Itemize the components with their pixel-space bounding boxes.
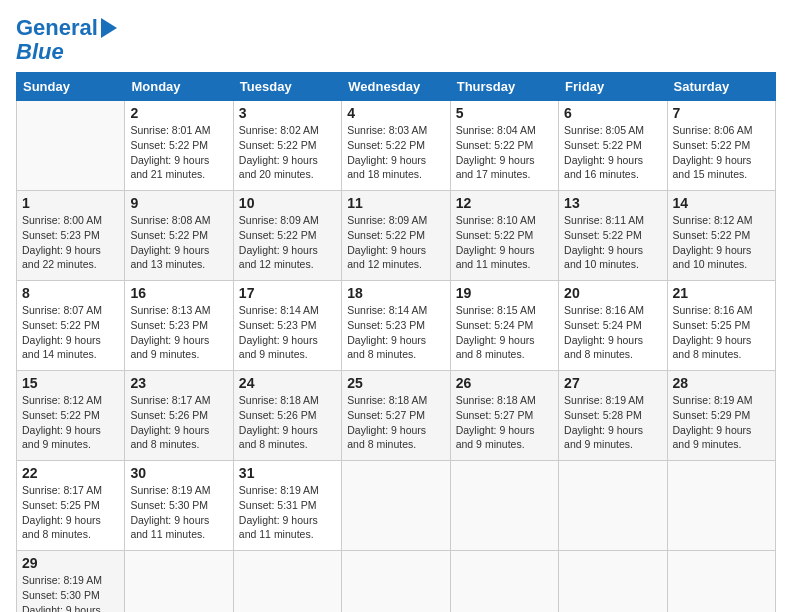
calendar-cell: 23Sunrise: 8:17 AM Sunset: 5:26 PM Dayli… — [125, 371, 233, 461]
day-number: 30 — [130, 465, 227, 481]
day-detail: Sunrise: 8:04 AM Sunset: 5:22 PM Dayligh… — [456, 123, 553, 182]
calendar-cell: 22Sunrise: 8:17 AM Sunset: 5:25 PM Dayli… — [17, 461, 125, 551]
day-number: 3 — [239, 105, 336, 121]
day-number: 16 — [130, 285, 227, 301]
calendar-cell: 5Sunrise: 8:04 AM Sunset: 5:22 PM Daylig… — [450, 101, 558, 191]
calendar-week-1: 1Sunrise: 8:00 AM Sunset: 5:23 PM Daylig… — [17, 191, 776, 281]
calendar-week-3: 15Sunrise: 8:12 AM Sunset: 5:22 PM Dayli… — [17, 371, 776, 461]
column-header-thursday: Thursday — [450, 73, 558, 101]
calendar-cell: 3Sunrise: 8:02 AM Sunset: 5:22 PM Daylig… — [233, 101, 341, 191]
day-detail: Sunrise: 8:14 AM Sunset: 5:23 PM Dayligh… — [239, 303, 336, 362]
calendar-header-row: SundayMondayTuesdayWednesdayThursdayFrid… — [17, 73, 776, 101]
day-detail: Sunrise: 8:19 AM Sunset: 5:30 PM Dayligh… — [130, 483, 227, 542]
calendar-cell: 15Sunrise: 8:12 AM Sunset: 5:22 PM Dayli… — [17, 371, 125, 461]
day-number: 20 — [564, 285, 661, 301]
day-number: 25 — [347, 375, 444, 391]
day-detail: Sunrise: 8:19 AM Sunset: 5:28 PM Dayligh… — [564, 393, 661, 452]
day-detail: Sunrise: 8:07 AM Sunset: 5:22 PM Dayligh… — [22, 303, 119, 362]
column-header-wednesday: Wednesday — [342, 73, 450, 101]
calendar-cell: 25Sunrise: 8:18 AM Sunset: 5:27 PM Dayli… — [342, 371, 450, 461]
day-detail: Sunrise: 8:10 AM Sunset: 5:22 PM Dayligh… — [456, 213, 553, 272]
day-number: 19 — [456, 285, 553, 301]
day-number: 1 — [22, 195, 119, 211]
calendar-week-0: 2Sunrise: 8:01 AM Sunset: 5:22 PM Daylig… — [17, 101, 776, 191]
calendar-table: SundayMondayTuesdayWednesdayThursdayFrid… — [16, 72, 776, 612]
calendar-cell: 7Sunrise: 8:06 AM Sunset: 5:22 PM Daylig… — [667, 101, 775, 191]
day-number: 15 — [22, 375, 119, 391]
day-number: 12 — [456, 195, 553, 211]
day-number: 14 — [673, 195, 770, 211]
day-detail: Sunrise: 8:18 AM Sunset: 5:27 PM Dayligh… — [456, 393, 553, 452]
calendar-cell — [342, 461, 450, 551]
day-number: 5 — [456, 105, 553, 121]
day-number: 13 — [564, 195, 661, 211]
calendar-cell: 27Sunrise: 8:19 AM Sunset: 5:28 PM Dayli… — [559, 371, 667, 461]
calendar-cell — [559, 461, 667, 551]
day-number: 26 — [456, 375, 553, 391]
logo-subtext: Blue — [16, 40, 64, 64]
calendar-cell: 14Sunrise: 8:12 AM Sunset: 5:22 PM Dayli… — [667, 191, 775, 281]
calendar-cell: 12Sunrise: 8:10 AM Sunset: 5:22 PM Dayli… — [450, 191, 558, 281]
day-detail: Sunrise: 8:02 AM Sunset: 5:22 PM Dayligh… — [239, 123, 336, 182]
calendar-cell: 2Sunrise: 8:01 AM Sunset: 5:22 PM Daylig… — [125, 101, 233, 191]
day-detail: Sunrise: 8:18 AM Sunset: 5:27 PM Dayligh… — [347, 393, 444, 452]
day-number: 24 — [239, 375, 336, 391]
day-detail: Sunrise: 8:05 AM Sunset: 5:22 PM Dayligh… — [564, 123, 661, 182]
day-detail: Sunrise: 8:12 AM Sunset: 5:22 PM Dayligh… — [673, 213, 770, 272]
day-detail: Sunrise: 8:19 AM Sunset: 5:31 PM Dayligh… — [239, 483, 336, 542]
day-number: 23 — [130, 375, 227, 391]
day-number: 6 — [564, 105, 661, 121]
calendar-cell: 19Sunrise: 8:15 AM Sunset: 5:24 PM Dayli… — [450, 281, 558, 371]
calendar-cell — [17, 101, 125, 191]
calendar-cell — [667, 461, 775, 551]
calendar-cell: 28Sunrise: 8:19 AM Sunset: 5:29 PM Dayli… — [667, 371, 775, 461]
day-detail: Sunrise: 8:06 AM Sunset: 5:22 PM Dayligh… — [673, 123, 770, 182]
day-detail: Sunrise: 8:19 AM Sunset: 5:30 PM Dayligh… — [22, 573, 119, 612]
column-header-monday: Monday — [125, 73, 233, 101]
calendar-cell: 1Sunrise: 8:00 AM Sunset: 5:23 PM Daylig… — [17, 191, 125, 281]
day-number: 21 — [673, 285, 770, 301]
calendar-cell: 30Sunrise: 8:19 AM Sunset: 5:30 PM Dayli… — [125, 461, 233, 551]
day-detail: Sunrise: 8:03 AM Sunset: 5:22 PM Dayligh… — [347, 123, 444, 182]
day-number: 11 — [347, 195, 444, 211]
day-detail: Sunrise: 8:09 AM Sunset: 5:22 PM Dayligh… — [239, 213, 336, 272]
column-header-tuesday: Tuesday — [233, 73, 341, 101]
calendar-cell: 16Sunrise: 8:13 AM Sunset: 5:23 PM Dayli… — [125, 281, 233, 371]
calendar-cell: 31Sunrise: 8:19 AM Sunset: 5:31 PM Dayli… — [233, 461, 341, 551]
calendar-cell — [450, 461, 558, 551]
day-detail: Sunrise: 8:15 AM Sunset: 5:24 PM Dayligh… — [456, 303, 553, 362]
day-number: 2 — [130, 105, 227, 121]
day-detail: Sunrise: 8:09 AM Sunset: 5:22 PM Dayligh… — [347, 213, 444, 272]
day-detail: Sunrise: 8:12 AM Sunset: 5:22 PM Dayligh… — [22, 393, 119, 452]
calendar-cell — [450, 551, 558, 612]
day-detail: Sunrise: 8:16 AM Sunset: 5:25 PM Dayligh… — [673, 303, 770, 362]
calendar-week-5: 29Sunrise: 8:19 AM Sunset: 5:30 PM Dayli… — [17, 551, 776, 612]
day-detail: Sunrise: 8:17 AM Sunset: 5:26 PM Dayligh… — [130, 393, 227, 452]
day-number: 29 — [22, 555, 119, 571]
day-detail: Sunrise: 8:16 AM Sunset: 5:24 PM Dayligh… — [564, 303, 661, 362]
calendar-cell — [342, 551, 450, 612]
day-detail: Sunrise: 8:14 AM Sunset: 5:23 PM Dayligh… — [347, 303, 444, 362]
calendar-week-4: 22Sunrise: 8:17 AM Sunset: 5:25 PM Dayli… — [17, 461, 776, 551]
calendar-cell: 13Sunrise: 8:11 AM Sunset: 5:22 PM Dayli… — [559, 191, 667, 281]
calendar-cell — [125, 551, 233, 612]
day-detail: Sunrise: 8:11 AM Sunset: 5:22 PM Dayligh… — [564, 213, 661, 272]
logo: General Blue — [16, 16, 117, 64]
day-number: 31 — [239, 465, 336, 481]
calendar-week-2: 8Sunrise: 8:07 AM Sunset: 5:22 PM Daylig… — [17, 281, 776, 371]
column-header-saturday: Saturday — [667, 73, 775, 101]
calendar-cell: 20Sunrise: 8:16 AM Sunset: 5:24 PM Dayli… — [559, 281, 667, 371]
calendar-cell: 8Sunrise: 8:07 AM Sunset: 5:22 PM Daylig… — [17, 281, 125, 371]
calendar-cell: 4Sunrise: 8:03 AM Sunset: 5:22 PM Daylig… — [342, 101, 450, 191]
column-header-sunday: Sunday — [17, 73, 125, 101]
calendar-cell — [559, 551, 667, 612]
calendar-cell: 24Sunrise: 8:18 AM Sunset: 5:26 PM Dayli… — [233, 371, 341, 461]
day-number: 17 — [239, 285, 336, 301]
calendar-cell: 10Sunrise: 8:09 AM Sunset: 5:22 PM Dayli… — [233, 191, 341, 281]
day-number: 27 — [564, 375, 661, 391]
day-detail: Sunrise: 8:01 AM Sunset: 5:22 PM Dayligh… — [130, 123, 227, 182]
calendar-cell: 29Sunrise: 8:19 AM Sunset: 5:30 PM Dayli… — [17, 551, 125, 612]
day-detail: Sunrise: 8:00 AM Sunset: 5:23 PM Dayligh… — [22, 213, 119, 272]
calendar-cell — [667, 551, 775, 612]
day-number: 22 — [22, 465, 119, 481]
